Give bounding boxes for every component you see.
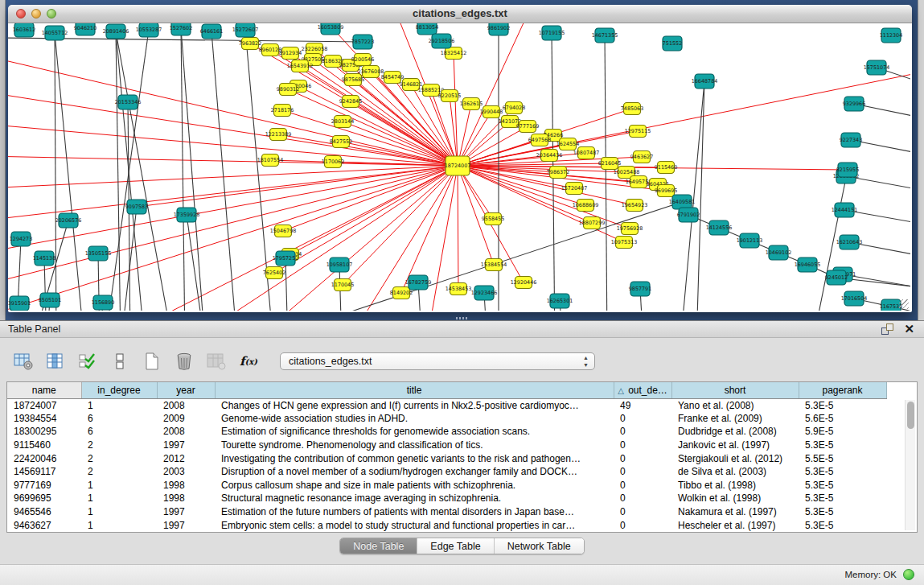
graph-node[interactable]: 18724007: [445, 156, 471, 175]
float-panel-icon[interactable]: [881, 323, 893, 335]
table-settings-icon[interactable]: [13, 351, 34, 372]
graph-node[interactable]: 9115460: [655, 162, 677, 174]
graph-node[interactable]: 1990448: [480, 106, 503, 118]
graph-node[interactable]: 6794028: [503, 102, 525, 114]
graph-node[interactable]: 19012113: [737, 233, 763, 248]
graph-node[interactable]: 3915901: [8, 296, 31, 311]
table-row[interactable]: 911546021997Tourette syndrome. Phenomeno…: [7, 439, 886, 452]
table-row[interactable]: 1456911722003Disruption of a novel membe…: [7, 465, 886, 479]
graph-node[interactable]: 1112304: [880, 28, 902, 43]
graph-node[interactable]: 9558455: [482, 213, 504, 225]
graph-node[interactable]: 9329966: [843, 97, 865, 111]
table-row[interactable]: 969969511998Structural magnetic resonanc…: [7, 492, 886, 505]
graph-node[interactable]: 29218506: [429, 34, 455, 48]
graph-node[interactable]: 12923466: [471, 286, 498, 300]
table-scrollbar-thumb[interactable]: [907, 402, 914, 429]
graph-node[interactable]: 1145138: [33, 251, 55, 266]
graph-node[interactable]: 16210643: [836, 235, 863, 249]
graph-node[interactable]: 7625402: [263, 267, 285, 279]
graph-node[interactable]: 16946055: [795, 257, 821, 272]
graph-node[interactable]: 7485063: [621, 103, 643, 115]
graph-node[interactable]: 2803144: [331, 116, 354, 128]
resize-grip-icon[interactable]: [899, 299, 909, 309]
graph-node[interactable]: 15720407: [561, 183, 588, 195]
graph-node[interactable]: 1527602: [170, 23, 192, 35]
graph-node[interactable]: 16265301: [547, 294, 573, 308]
graph-node[interactable]: 15046798: [270, 225, 297, 237]
column-header-title[interactable]: title: [215, 382, 614, 398]
graph-node[interactable]: 16409581: [669, 195, 696, 209]
graph-node[interactable]: 12975115: [625, 126, 651, 138]
graph-node[interactable]: 14055712: [42, 26, 68, 40]
graph-node[interactable]: 19654923: [622, 200, 648, 212]
graph-node[interactable]: 12444151: [832, 203, 858, 217]
graph-node[interactable]: 14538453: [446, 283, 472, 295]
graph-node[interactable]: 9777169: [516, 121, 539, 133]
graph-node[interactable]: 12213389: [265, 129, 292, 141]
panel-splitter-handle[interactable]: [456, 317, 469, 319]
close-panel-icon[interactable]: ✕: [904, 323, 914, 335]
function-builder-icon[interactable]: f(x): [238, 351, 259, 372]
graph-node[interactable]: 9861902: [487, 23, 510, 35]
graph-node[interactable]: 14671355: [592, 28, 618, 43]
graph-node[interactable]: 6497568: [528, 134, 551, 146]
minimize-button[interactable]: [31, 9, 41, 19]
graph-node[interactable]: 15272607: [232, 23, 259, 37]
row-height-icon[interactable]: [109, 351, 130, 372]
graph-node[interactable]: 14124556: [706, 220, 733, 235]
graph-node[interactable]: 17957252: [273, 251, 299, 266]
graph-node[interactable]: 1170062: [322, 156, 344, 168]
graph-node[interactable]: 10958107: [326, 257, 353, 272]
graph-node[interactable]: 17359928: [174, 208, 200, 222]
table-row[interactable]: 977716911998Corpus callosum shape and si…: [7, 479, 886, 492]
column-header-out_de[interactable]: △ out_de…: [614, 382, 671, 398]
column-header-pagerank[interactable]: pagerank: [799, 382, 886, 398]
column-header-year[interactable]: year: [157, 382, 215, 398]
tab-edge-table[interactable]: Edge Table: [417, 538, 494, 554]
graph-node[interactable]: 13505155: [85, 246, 112, 261]
table-columns-icon[interactable]: [45, 351, 66, 372]
delete-trash-icon[interactable]: [174, 351, 195, 372]
graph-node[interactable]: 8215955: [836, 163, 859, 177]
graph-node[interactable]: 20891406: [103, 24, 129, 39]
graph-node[interactable]: 20364436: [536, 150, 563, 162]
graph-node[interactable]: 19756928: [617, 223, 643, 235]
graph-node[interactable]: 12920446: [511, 277, 537, 289]
select-rows-icon[interactable]: [77, 351, 98, 372]
close-button[interactable]: [16, 9, 26, 19]
table-select-dropdown[interactable]: citations_edges.txt ▲▼: [280, 352, 595, 370]
graph-node[interactable]: 6216045: [598, 158, 621, 170]
graph-node[interactable]: 9046210: [74, 23, 97, 35]
graph-node[interactable]: 9463627: [630, 151, 653, 163]
graph-node[interactable]: 18325412: [441, 47, 467, 60]
node-table-grid[interactable]: namein_degreeyeartitle△ out_de…shortpage…: [7, 382, 887, 532]
graph-node[interactable]: 8200546: [351, 54, 374, 66]
graph-node[interactable]: 16648784: [692, 74, 718, 89]
graph-node[interactable]: 6791902: [677, 208, 700, 222]
graph-node[interactable]: 6466161: [200, 24, 223, 39]
graph-node[interactable]: 1603612: [13, 23, 35, 37]
network-canvas[interactable]: 1872400779638228960128891293423226058982…: [8, 23, 910, 311]
graph-node[interactable]: 17016504: [841, 291, 868, 306]
graph-node[interactable]: 10719155: [539, 26, 565, 40]
graph-node[interactable]: 10469102: [766, 245, 792, 260]
graph-node[interactable]: 1170045: [331, 279, 354, 291]
graph-node[interactable]: 8505101: [39, 293, 61, 307]
table-row[interactable]: 1872400712008Changes of HCN gene express…: [7, 398, 886, 412]
table-row[interactable]: 1938455462009Genome-wide association stu…: [7, 412, 886, 426]
graph-node[interactable]: 1624554: [556, 138, 579, 150]
graph-node[interactable]: 8912934: [279, 47, 302, 60]
graph-node[interactable]: 8427552: [330, 136, 352, 148]
graph-node[interactable]: 2718176: [271, 105, 294, 117]
zoom-button[interactable]: [47, 9, 56, 19]
graph-node[interactable]: 9875685: [342, 74, 364, 86]
column-header-in_degree[interactable]: in_degree: [81, 382, 157, 398]
graph-node[interactable]: 9245012: [825, 270, 848, 285]
graph-node[interactable]: 1156890: [92, 295, 114, 310]
graph-node[interactable]: 8220515: [438, 90, 461, 102]
graph-node[interactable]: 1294273: [10, 232, 32, 246]
graph-node[interactable]: 7857223: [351, 35, 374, 49]
table-row[interactable]: 2242004622012Investigating the contribut…: [7, 451, 886, 465]
tab-node-table[interactable]: Node Table: [340, 538, 417, 554]
graph-node[interactable]: 10553287: [136, 23, 162, 37]
